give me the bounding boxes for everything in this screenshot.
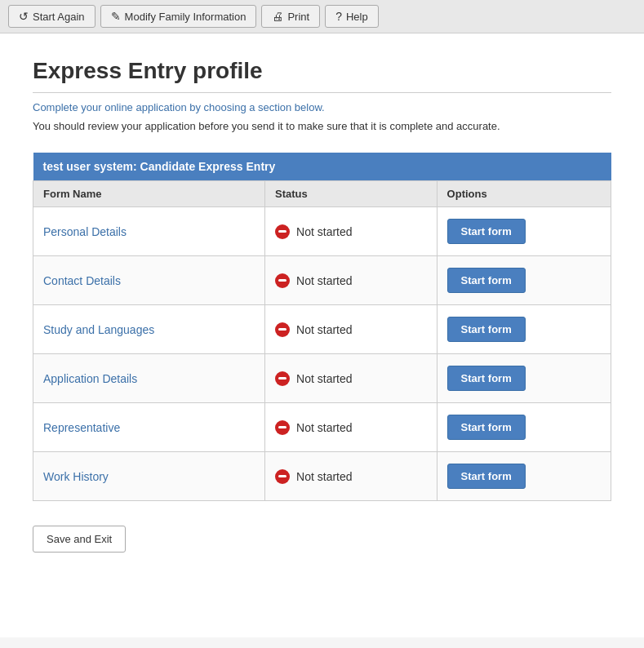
status-text: Not started: [296, 470, 352, 483]
start-again-label: Start Again: [33, 11, 85, 23]
page-title: Express Entry profile: [33, 58, 611, 93]
status-text: Not started: [296, 225, 352, 238]
start-again-icon: ↺: [19, 10, 29, 23]
start-form-button[interactable]: Start form: [447, 268, 526, 293]
print-icon: 🖨: [272, 10, 283, 23]
not-started-icon: [275, 273, 290, 288]
table-section-title: test user system: Candidate Express Entr…: [33, 153, 611, 181]
modify-family-button[interactable]: ✎ Modify Family Information: [100, 5, 257, 28]
start-form-button[interactable]: Start form: [447, 464, 526, 489]
print-button[interactable]: 🖨 Print: [261, 5, 320, 28]
help-label: Help: [346, 11, 368, 23]
table-section-header: test user system: Candidate Express Entr…: [33, 153, 611, 181]
form-name-link[interactable]: Study and Languages: [43, 323, 154, 336]
modify-family-icon: ✎: [111, 10, 121, 23]
status-cell: Not started: [275, 469, 427, 484]
status-cell: Not started: [275, 420, 427, 435]
start-form-button[interactable]: Start form: [447, 366, 526, 391]
status-text: Not started: [296, 323, 352, 336]
application-table: test user system: Candidate Express Entr…: [33, 153, 611, 501]
status-cell: Not started: [275, 322, 427, 337]
form-name-link[interactable]: Application Details: [43, 372, 137, 385]
status-text: Not started: [296, 421, 352, 434]
table-row: Study and Languages Not started Start fo…: [33, 305, 611, 354]
not-started-icon: [275, 371, 290, 386]
col-form-name: Form Name: [33, 181, 265, 207]
print-label: Print: [287, 11, 309, 23]
not-started-icon: [275, 420, 290, 435]
start-form-button[interactable]: Start form: [447, 317, 526, 342]
not-started-icon: [275, 322, 290, 337]
main-content: Express Entry profile Complete your onli…: [0, 33, 644, 637]
table-row: Application Details Not started Start fo…: [33, 354, 611, 403]
table-row: Personal Details Not started Start form: [33, 207, 611, 256]
start-again-button[interactable]: ↺ Start Again: [8, 5, 95, 28]
table-row: Representative Not started Start form: [33, 403, 611, 452]
table-row: Work History Not started Start form: [33, 452, 611, 501]
intro-text-1: Complete your online application by choo…: [33, 101, 611, 113]
col-options: Options: [437, 181, 611, 207]
form-name-link[interactable]: Personal Details: [43, 225, 127, 238]
status-cell: Not started: [275, 273, 427, 288]
table-row: Contact Details Not started Start form: [33, 256, 611, 305]
form-name-link[interactable]: Work History: [43, 470, 109, 483]
help-button[interactable]: ? Help: [325, 5, 379, 28]
intro-text-2: You should review your application befor…: [33, 120, 611, 132]
not-started-icon: [275, 224, 290, 239]
status-cell: Not started: [275, 224, 427, 239]
modify-family-label: Modify Family Information: [125, 11, 246, 23]
form-name-link[interactable]: Representative: [43, 421, 120, 434]
column-headers: Form Name Status Options: [33, 181, 611, 207]
not-started-icon: [275, 469, 290, 484]
start-form-button[interactable]: Start form: [447, 415, 526, 440]
save-exit-button[interactable]: Save and Exit: [33, 526, 126, 553]
status-text: Not started: [296, 274, 352, 287]
start-form-button[interactable]: Start form: [447, 219, 526, 244]
status-cell: Not started: [275, 371, 427, 386]
top-nav: ↺ Start Again ✎ Modify Family Informatio…: [0, 0, 644, 33]
help-icon: ?: [335, 10, 342, 23]
status-text: Not started: [296, 372, 352, 385]
form-name-link[interactable]: Contact Details: [43, 274, 121, 287]
col-status: Status: [265, 181, 437, 207]
